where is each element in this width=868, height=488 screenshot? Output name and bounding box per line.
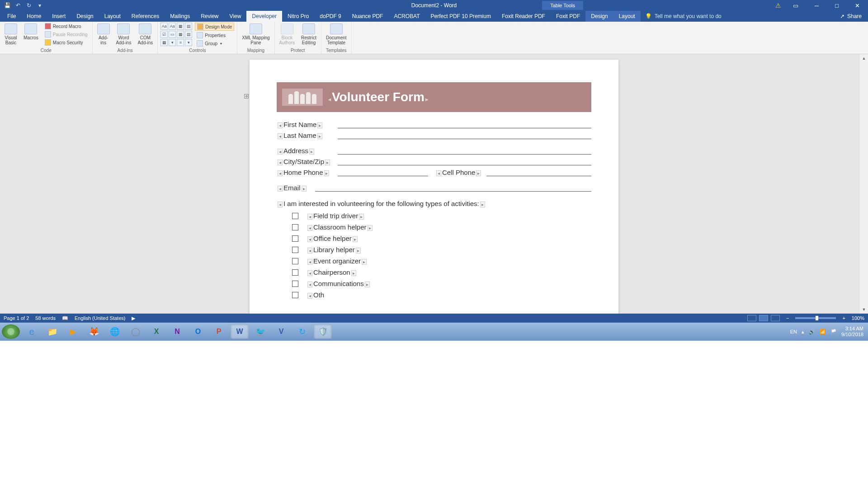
tab-table-layout[interactable]: Layout — [613, 11, 641, 22]
last-name-field[interactable] — [338, 131, 591, 139]
checkbox-other[interactable] — [292, 292, 298, 298]
tab-nuance[interactable]: Nuance PDF — [347, 11, 389, 22]
tab-nitro[interactable]: Nitro Pro — [282, 11, 314, 22]
tab-layout[interactable]: Layout — [99, 11, 126, 22]
last-name-label: Last Name — [283, 131, 316, 139]
first-name-field[interactable] — [338, 120, 591, 128]
taskbar-word[interactable]: W — [231, 324, 249, 339]
cell-phone-field[interactable] — [486, 168, 591, 176]
tab-file[interactable]: File — [2, 11, 21, 22]
tell-me-search[interactable]: 💡 Tell me what you want to do — [645, 11, 722, 22]
taskbar-onenote[interactable]: N — [168, 324, 186, 339]
checkbox-library[interactable] — [292, 247, 298, 253]
proofing-icon[interactable]: 📖 — [62, 315, 68, 321]
tab-mailings[interactable]: Mailings — [165, 11, 195, 22]
restrict-editing-button[interactable]: Restrict Editing — [299, 23, 318, 46]
checkbox-field-trip[interactable] — [292, 213, 298, 219]
address-field[interactable] — [338, 146, 591, 155]
tab-table-design[interactable]: Design — [585, 11, 613, 22]
tray-chevron-icon[interactable]: ▴ — [802, 329, 804, 335]
tray-network-icon[interactable]: 📶 — [820, 329, 826, 335]
tab-developer[interactable]: Developer — [246, 11, 282, 22]
checkbox-communications[interactable] — [292, 281, 298, 287]
tab-view[interactable]: View — [224, 11, 247, 22]
web-layout-button[interactable] — [771, 315, 780, 321]
macro-indicator-icon[interactable]: ▶ — [132, 315, 135, 321]
table-anchor-icon[interactable]: ✥ — [244, 94, 249, 99]
tab-perfectpdf[interactable]: Perfect PDF 10 Premium — [425, 11, 496, 22]
zoom-out-button[interactable]: − — [786, 315, 789, 321]
visual-basic-button[interactable]: Visual Basic — [3, 23, 19, 46]
design-mode-button[interactable]: Design Mode — [195, 23, 234, 31]
city-field[interactable] — [338, 157, 591, 165]
home-phone-field[interactable] — [338, 168, 428, 176]
close-button[interactable]: ✕ — [850, 0, 864, 11]
taskbar-excel[interactable]: X — [147, 324, 165, 339]
tab-insert[interactable]: Insert — [47, 11, 71, 22]
taskbar-app2[interactable]: 🐦 — [251, 324, 269, 339]
print-layout-button[interactable] — [759, 315, 768, 321]
warning-icon[interactable]: ⚠ — [775, 2, 781, 9]
email-field[interactable] — [315, 183, 591, 192]
page-indicator[interactable]: Page 1 of 2 — [4, 315, 29, 321]
read-mode-button[interactable] — [747, 315, 756, 321]
checkbox-office[interactable] — [292, 235, 298, 242]
language-indicator[interactable]: English (United States) — [75, 315, 126, 321]
taskbar-shield[interactable]: 🛡️ — [314, 324, 332, 339]
taskbar-powerpoint[interactable]: P — [210, 324, 228, 339]
zoom-in-button[interactable]: + — [842, 315, 845, 321]
group-button[interactable]: Group▾ — [195, 40, 234, 47]
redo-icon[interactable]: ↻ — [25, 2, 33, 9]
tray-flag-icon[interactable]: 🏳️ — [830, 329, 837, 335]
taskbar-visio[interactable]: V — [272, 324, 290, 339]
com-addins-button[interactable]: COM Add-ins — [136, 23, 155, 46]
tab-design[interactable]: Design — [71, 11, 99, 22]
share-button[interactable]: ↗ Share — [840, 11, 868, 22]
word-count[interactable]: 58 words — [35, 315, 56, 321]
addins-button[interactable]: Add- ins — [95, 23, 112, 46]
vertical-scrollbar[interactable]: ▲ ▼ — [860, 54, 868, 314]
system-clock[interactable]: 3:14 AM 9/10/2018 — [841, 326, 863, 338]
taskbar-app3[interactable]: ↻ — [293, 324, 311, 339]
tray-volume-icon[interactable]: 🔊 — [809, 329, 815, 335]
titlebar: 💾 ↶ ↻ ▾ Document2 - Word Table Tools ⚠ ▭… — [0, 0, 868, 11]
start-button[interactable] — [2, 324, 20, 339]
taskbar-chrome[interactable]: 🌐 — [106, 324, 124, 339]
tab-foxitpdf[interactable]: Foxit PDF — [551, 11, 585, 22]
tab-dopdf[interactable]: doPDF 9 — [314, 11, 346, 22]
taskbar-explorer[interactable]: 📁 — [43, 324, 61, 339]
document-template-button[interactable]: Document Template — [324, 23, 349, 46]
macros-button[interactable]: Macros — [22, 23, 40, 41]
maximize-button[interactable]: □ — [830, 0, 843, 11]
document-page[interactable]: ✥ ◂Volunteer Form▸ ◂First Name▸ ◂Last Na… — [250, 60, 618, 314]
tab-foxit[interactable]: Foxit Reader PDF — [496, 11, 551, 22]
tab-review[interactable]: Review — [195, 11, 224, 22]
qat-menu-icon[interactable]: ▾ — [36, 2, 43, 9]
tab-references[interactable]: References — [126, 11, 165, 22]
checkbox-classroom[interactable] — [292, 224, 298, 230]
taskbar-ie[interactable]: e — [23, 324, 41, 339]
tab-acrobat[interactable]: ACROBAT — [388, 11, 425, 22]
controls-gallery[interactable]: AaAa▦▤ ☑▭▦▤ ▦▾≡▾ — [160, 23, 192, 46]
save-icon[interactable]: 💾 — [4, 2, 11, 9]
word-addins-button[interactable]: Word Add-ins — [114, 23, 133, 46]
minimize-button[interactable]: ─ — [810, 0, 823, 11]
undo-icon[interactable]: ↶ — [14, 2, 22, 9]
xml-mapping-button[interactable]: XML Mapping Pane — [240, 23, 271, 46]
scroll-up-icon[interactable]: ▲ — [860, 54, 868, 62]
language-bar[interactable]: EN — [790, 329, 797, 334]
ribbon-display-icon[interactable]: ▭ — [788, 0, 803, 11]
zoom-slider[interactable] — [795, 317, 836, 319]
scroll-down-icon[interactable]: ▼ — [860, 305, 868, 314]
tab-home[interactable]: Home — [21, 11, 47, 22]
taskbar-outlook[interactable]: O — [189, 324, 207, 339]
taskbar-media[interactable]: ▶ — [64, 324, 82, 339]
taskbar-firefox[interactable]: 🦊 — [85, 324, 103, 339]
checkbox-event[interactable] — [292, 258, 298, 264]
taskbar-app1[interactable]: ◯ — [127, 324, 145, 339]
properties-button[interactable]: Properties — [195, 32, 234, 39]
record-macro-button[interactable]: Record Macro — [43, 23, 90, 30]
checkbox-chairperson[interactable] — [292, 269, 298, 276]
zoom-level[interactable]: 100% — [852, 315, 864, 321]
macro-security-button[interactable]: Macro Security — [43, 39, 90, 46]
